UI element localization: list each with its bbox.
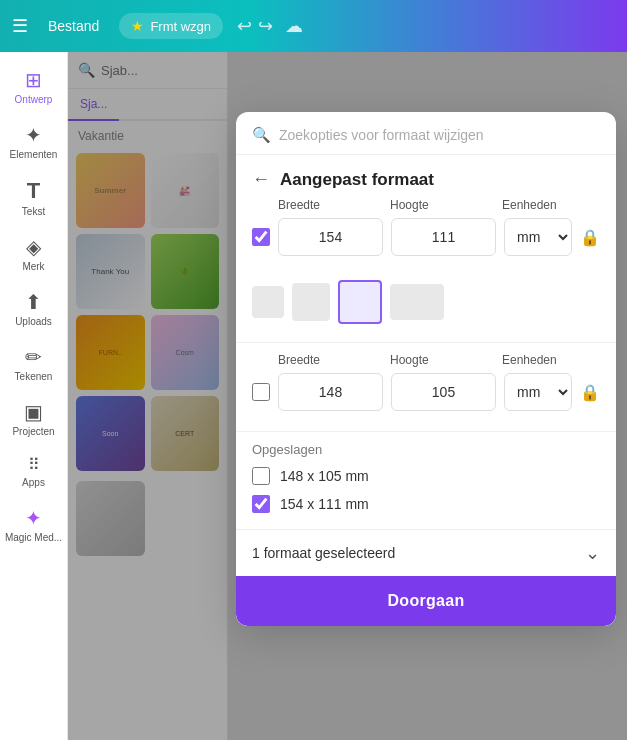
merk-icon: ◈ <box>26 237 41 257</box>
sidebar-label-projecten: Projecten <box>12 426 54 437</box>
modal-title: Aangepast formaat <box>280 170 434 190</box>
sidebar-item-elementen[interactable]: ✦ Elementen <box>0 115 67 170</box>
eenheden-select-1[interactable]: mm cm px in <box>504 218 572 256</box>
modal-back-button[interactable]: ← <box>252 169 270 190</box>
content-area: 🔍 Sja... Vakantie Summer 💒 Thank You <box>68 52 627 740</box>
breedte-input-1[interactable] <box>278 218 383 256</box>
tekst-icon: T <box>27 180 40 202</box>
sidebar-item-ontwerp[interactable]: ⊞ Ontwerp <box>0 60 67 115</box>
sidebar-item-tekenen[interactable]: ✏ Tekenen <box>0 337 67 392</box>
sidebar-item-merk[interactable]: ◈ Merk <box>0 227 67 282</box>
projecten-icon: ▣ <box>24 402 43 422</box>
saved-item-2: 154 x 111 mm <box>252 495 600 513</box>
sidebar-label-merk: Merk <box>22 261 44 272</box>
preset-thumb-rect[interactable] <box>390 284 444 320</box>
breedte-input-2[interactable] <box>278 373 383 411</box>
sidebar-label-ontwerp: Ontwerp <box>15 94 53 105</box>
dimension-checkbox-2[interactable] <box>252 383 270 401</box>
preset-thumb-selected[interactable] <box>338 280 382 324</box>
sidebar-item-tekst[interactable]: T Tekst <box>0 170 67 227</box>
magic-icon: ✦ <box>25 508 42 528</box>
saved-checkbox-2[interactable] <box>252 495 270 513</box>
cloud-save-icon[interactable]: ☁ <box>285 15 303 37</box>
sidebar-label-tekenen: Tekenen <box>15 371 53 382</box>
hoogte-input-2[interactable] <box>391 373 496 411</box>
frmt-star-icon: ★ <box>131 18 144 34</box>
eenheden-label-1: Eenheden <box>502 198 592 212</box>
dimension-section-2: Breedte Hoogte Eenheden mm cm px in 🔒 <box>236 342 616 431</box>
dimension-row-1: mm cm px in 🔒 <box>252 218 600 256</box>
sidebar-item-projecten[interactable]: ▣ Projecten <box>0 392 67 447</box>
uploads-icon: ⬆ <box>25 292 42 312</box>
dimension-section-1: Breedte Hoogte Eenheden mm cm px in 🔒 <box>236 198 616 276</box>
saved-label-1: 148 x 105 mm <box>280 468 369 484</box>
breedte-label-2: Breedte <box>278 353 390 367</box>
redo-button[interactable]: ↪ <box>258 15 273 37</box>
menu-icon[interactable]: ☰ <box>12 15 28 37</box>
ontwerp-icon: ⊞ <box>25 70 42 90</box>
frmt-label: Frmt wzgn <box>150 19 211 34</box>
sidebar-item-magic[interactable]: ✦ Magic Med... <box>0 498 67 553</box>
modal-search-input[interactable] <box>279 127 600 143</box>
sidebar-label-apps: Apps <box>22 477 45 488</box>
undo-redo-group: ↩ ↪ <box>237 15 273 37</box>
sidebar-label-tekst: Tekst <box>22 206 45 217</box>
saved-checkbox-1[interactable] <box>252 467 270 485</box>
presets-row <box>236 276 616 338</box>
saved-section: Opgeslagen 148 x 105 mm 154 x 111 mm <box>236 431 616 529</box>
elementen-icon: ✦ <box>25 125 42 145</box>
hoogte-label-2: Hoogte <box>390 353 502 367</box>
lock-icon-2: 🔒 <box>580 383 600 402</box>
undo-button[interactable]: ↩ <box>237 15 252 37</box>
dim-labels-row-2: Breedte Hoogte Eenheden <box>252 353 600 367</box>
frmt-button[interactable]: ★ Frmt wzgn <box>119 13 223 39</box>
doorgaan-button[interactable]: Doorgaan <box>236 576 616 626</box>
format-modal: 🔍 ← Aangepast formaat Breedte Hoogte Een… <box>236 112 616 626</box>
sidebar-label-uploads: Uploads <box>15 316 52 327</box>
lock-icon-1: 🔒 <box>580 228 600 247</box>
saved-label-2: 154 x 111 mm <box>280 496 369 512</box>
modal-header: ← Aangepast formaat <box>236 155 616 198</box>
dim-labels-row-1: Breedte Hoogte Eenheden <box>252 198 600 212</box>
eenheden-label-2: Eenheden <box>502 353 592 367</box>
footer-chevron-icon: ⌄ <box>585 542 600 564</box>
saved-item-1: 148 x 105 mm <box>252 467 600 485</box>
sidebar-label-elementen: Elementen <box>10 149 58 160</box>
sidebar-item-uploads[interactable]: ⬆ Uploads <box>0 282 67 337</box>
dimension-row-2: mm cm px in 🔒 <box>252 373 600 411</box>
bestand-button[interactable]: Bestand <box>38 13 109 39</box>
modal-search-icon: 🔍 <box>252 126 271 144</box>
dimension-checkbox-1[interactable] <box>252 228 270 246</box>
eenheden-select-2[interactable]: mm cm px in <box>504 373 572 411</box>
modal-search-bar: 🔍 <box>236 112 616 155</box>
preset-thumb-small-sq[interactable] <box>252 286 284 318</box>
modal-footer[interactable]: 1 formaat geselecteerd ⌄ <box>236 529 616 576</box>
preset-thumb-med-sq[interactable] <box>292 283 330 321</box>
saved-title: Opgeslagen <box>252 442 600 457</box>
main-layout: ⊞ Ontwerp ✦ Elementen T Tekst ◈ Merk ⬆ U… <box>0 52 627 740</box>
hoogte-input-1[interactable] <box>391 218 496 256</box>
topbar: ☰ Bestand ★ Frmt wzgn ↩ ↪ ☁ <box>0 0 627 52</box>
hoogte-label-1: Hoogte <box>390 198 502 212</box>
footer-count-label: 1 formaat geselecteerd <box>252 545 395 561</box>
tekenen-icon: ✏ <box>25 347 42 367</box>
apps-icon: ⠿ <box>28 457 40 473</box>
sidebar-item-apps[interactable]: ⠿ Apps <box>0 447 67 498</box>
breedte-label-1: Breedte <box>278 198 390 212</box>
sidebar-label-magic: Magic Med... <box>5 532 62 543</box>
sidebar: ⊞ Ontwerp ✦ Elementen T Tekst ◈ Merk ⬆ U… <box>0 52 68 740</box>
